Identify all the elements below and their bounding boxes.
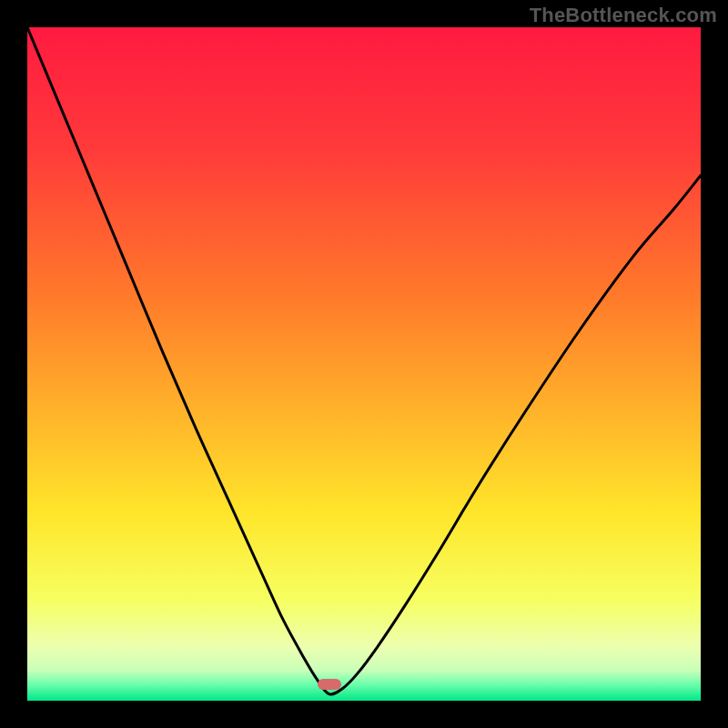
chart-frame: TheBottleneck.com <box>0 0 728 728</box>
watermark-text: TheBottleneck.com <box>530 4 717 27</box>
bottleneck-curve <box>27 27 701 701</box>
plot-area <box>27 27 701 701</box>
optimal-point-marker <box>318 679 341 690</box>
